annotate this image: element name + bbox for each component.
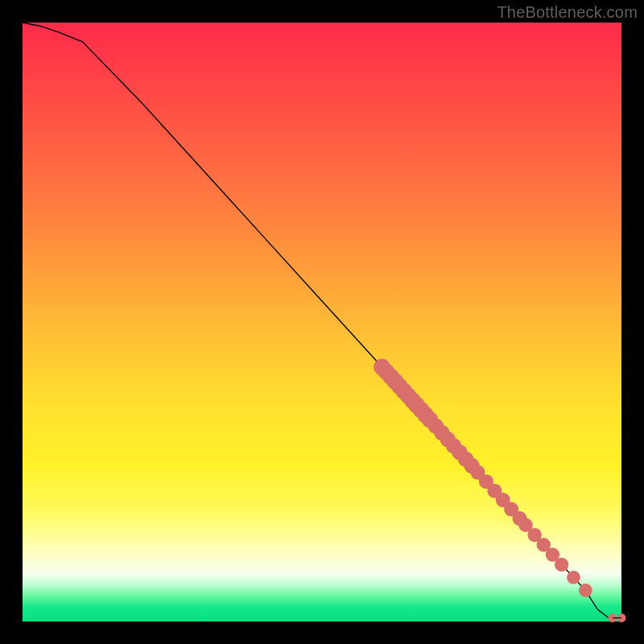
data-point (555, 558, 568, 572)
chart-svg (23, 23, 621, 621)
data-point (579, 584, 592, 597)
plot-area (23, 23, 621, 621)
data-point (567, 571, 580, 584)
attribution-text: TheBottleneck.com (497, 3, 638, 22)
chart-container: TheBottleneck.com (0, 0, 644, 644)
